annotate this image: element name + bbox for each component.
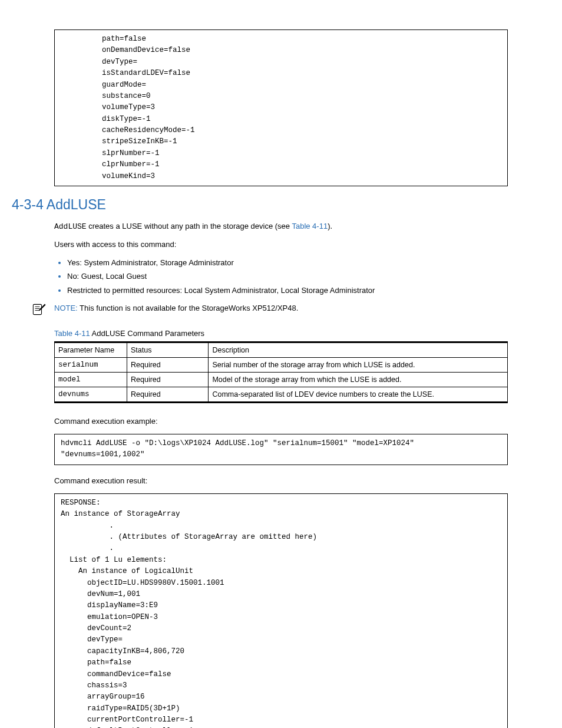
- table-row: devnums Required Comma-separated list of…: [55, 387, 508, 402]
- note-text: NOTE: This function is not available for…: [54, 303, 298, 314]
- intro-paragraph: AddLUSE creates a LUSE without any path …: [54, 221, 508, 232]
- table-header-row: Parameter Name Status Description: [55, 342, 508, 357]
- note-label: NOTE:: [54, 304, 78, 312]
- param-status: Required: [127, 372, 209, 387]
- exec-example-code: hdvmcli AddLUSE -o "D:\logs\XP1024 AddLU…: [54, 434, 508, 465]
- exec-result-code: RESPONSE: An instance of StorageArray . …: [54, 493, 508, 728]
- list-item: Restricted to permitted resources: Local…: [67, 285, 508, 296]
- access-intro: Users with access to this command:: [54, 239, 508, 250]
- access-list: Yes: System Administrator, Storage Admin…: [54, 257, 508, 296]
- param-name: serialnum: [55, 357, 127, 372]
- list-item: No: Guest, Local Guest: [67, 271, 508, 282]
- param-status: Required: [127, 357, 209, 372]
- table-title: AddLUSE Command Parameters: [90, 329, 204, 338]
- section-heading: 4-3-4 AddLUSE: [12, 197, 508, 213]
- exec-result-label: Command execution result:: [54, 476, 508, 486]
- exec-example-label: Command execution example:: [54, 416, 508, 427]
- param-status: Required: [127, 387, 209, 402]
- col-header-status: Status: [127, 342, 209, 357]
- parameters-table: Parameter Name Status Description serial…: [54, 341, 508, 403]
- table-number: Table 4-11: [54, 329, 90, 338]
- intro-text-a: creates a LUSE without any path in the s…: [87, 222, 292, 230]
- param-name: model: [55, 372, 127, 387]
- param-name: devnums: [55, 387, 127, 402]
- table-row: model Required Model of the storage arra…: [55, 372, 508, 387]
- col-header-desc: Description: [209, 342, 508, 357]
- param-desc: Serial number of the storage array from …: [209, 357, 508, 372]
- param-desc: Comma-separated list of LDEV device numb…: [209, 387, 508, 402]
- table-row: serialnum Required Serial number of the …: [55, 357, 508, 372]
- list-item: Yes: System Administrator, Storage Admin…: [67, 257, 508, 268]
- table-caption: Table 4-11 AddLUSE Command Parameters: [54, 329, 508, 338]
- note-icon: [31, 303, 46, 316]
- param-desc: Model of the storage array from which th…: [209, 372, 508, 387]
- note-body: This function is not available for the S…: [78, 304, 299, 312]
- col-header-name: Parameter Name: [55, 342, 127, 357]
- code-block-prev-output: path=false onDemandDevice=false devType=…: [54, 29, 508, 186]
- table-link[interactable]: Table 4-11: [292, 222, 328, 230]
- intro-text-b: ).: [328, 222, 332, 230]
- inline-command: AddLUSE: [54, 222, 87, 231]
